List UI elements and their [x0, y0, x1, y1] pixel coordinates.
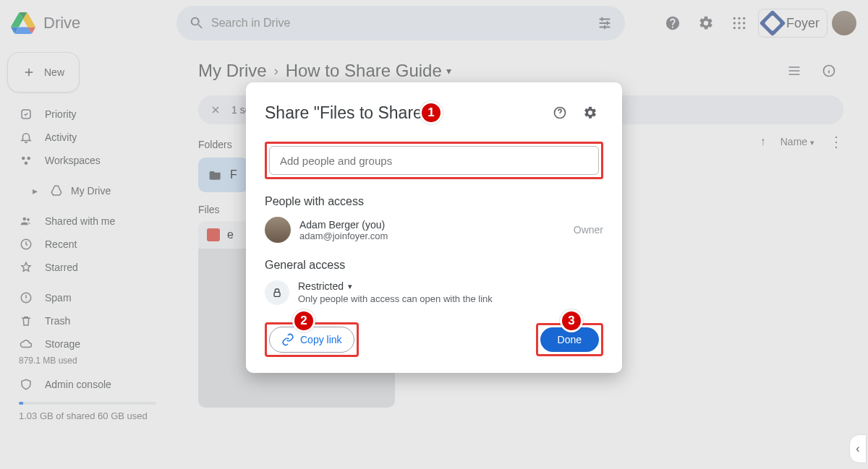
sidebar-label: Starred [45, 262, 78, 273]
search-icon[interactable] [182, 9, 211, 38]
sidebar-label: My Drive [71, 185, 111, 197]
svg-point-14 [27, 218, 30, 221]
people-heading: People with access [265, 195, 603, 208]
sidebar-item-recent[interactable]: Recent [7, 233, 168, 256]
copy-link-button[interactable]: Copy link [269, 327, 354, 353]
add-people-input[interactable] [269, 146, 599, 175]
foyer-chip[interactable]: Foyer [758, 9, 827, 38]
svg-rect-19 [274, 292, 280, 296]
sidebar-item-my-drive[interactable]: ▸My Drive [7, 179, 168, 202]
lock-icon [265, 280, 289, 305]
sidebar-label: Trash [45, 315, 70, 327]
drive-logo-icon [9, 9, 38, 38]
side-panel-toggle[interactable]: ‹ [849, 434, 867, 463]
bell-icon [19, 131, 33, 144]
annotation-badge-2: 2 [292, 309, 315, 332]
svg-point-11 [27, 157, 31, 160]
modal-help-icon[interactable] [547, 100, 573, 126]
sidebar-item-storage[interactable]: Storage [7, 332, 168, 356]
sidebar-item-shared[interactable]: Shared with me [7, 210, 168, 233]
svg-point-5 [743, 22, 745, 24]
sidebar-label: Priority [45, 108, 77, 120]
logo-area[interactable]: Drive [9, 9, 176, 38]
search-input[interactable] [211, 17, 590, 30]
sidebar-label: Recent [45, 238, 77, 250]
more-icon[interactable]: ⋮ [829, 133, 843, 150]
cloud-icon [19, 337, 33, 350]
sidebar-item-activity[interactable]: Activity [7, 126, 168, 149]
link-icon [281, 333, 294, 346]
apps-icon[interactable] [725, 9, 754, 38]
person-email: adam@joinfoyer.com [299, 231, 388, 241]
new-button[interactable]: New [7, 52, 80, 92]
svg-point-4 [738, 22, 740, 24]
workspaces-icon [19, 154, 33, 167]
svg-point-0 [733, 17, 736, 20]
breadcrumb-root[interactable]: My Drive [198, 61, 267, 81]
list-view-icon[interactable] [780, 56, 809, 85]
svg-point-7 [738, 27, 740, 29]
person-name: Adam Berger (you) [299, 219, 388, 231]
annotation-badge-3: 3 [560, 309, 583, 332]
plus-icon [22, 65, 35, 79]
file-name: e [227, 228, 234, 241]
svg-point-3 [733, 22, 736, 24]
sort-label[interactable]: Name ▾ [780, 136, 814, 147]
svg-point-1 [738, 17, 740, 20]
person-avatar [265, 217, 291, 243]
annotation-badge-1: 1 [420, 101, 443, 124]
sort-arrow-icon[interactable]: ↑ [760, 135, 766, 148]
sidebar-item-admin[interactable]: Admin console [7, 373, 168, 396]
spam-icon [19, 291, 33, 304]
info-icon[interactable] [814, 56, 843, 85]
general-access-heading: General access [265, 259, 603, 272]
settings-icon[interactable] [692, 9, 720, 38]
people-icon [19, 215, 33, 228]
svg-point-6 [733, 27, 736, 29]
sidebar-label: Shared with me [45, 215, 115, 227]
sidebar-item-priority[interactable]: Priority [7, 103, 168, 126]
access-subtext: Only people with access can open with th… [298, 293, 493, 304]
svg-point-13 [23, 218, 27, 221]
svg-point-10 [22, 157, 25, 160]
copy-link-label: Copy link [300, 334, 342, 345]
header-actions: Foyer [658, 9, 856, 38]
sidebar-item-workspaces[interactable]: Workspaces [7, 149, 168, 172]
sidebar-item-trash[interactable]: Trash [7, 309, 168, 332]
new-button-label: New [44, 66, 64, 78]
access-dropdown[interactable]: Restricted ▾ [298, 280, 493, 292]
priority-icon [19, 108, 33, 121]
trash-icon [19, 314, 33, 327]
folder-icon [208, 168, 223, 182]
svg-point-12 [25, 162, 28, 165]
sidebar-label: Spam [45, 292, 72, 304]
app-name: Drive [43, 14, 80, 33]
sidebar-label: Activity [45, 132, 77, 143]
image-type-icon [207, 228, 220, 241]
close-icon[interactable] [207, 101, 224, 119]
caret-down-icon: ▾ [810, 138, 814, 147]
star-icon [19, 261, 33, 274]
folder-name: F [230, 168, 237, 181]
search-options-icon[interactable] [590, 9, 619, 38]
sidebar-item-spam[interactable]: Spam [7, 286, 168, 309]
caret-down-icon: ▾ [348, 282, 352, 291]
modal-title: Share "Files to Share" [265, 103, 428, 123]
search-bar[interactable] [176, 6, 625, 40]
foyer-logo-icon [760, 10, 786, 37]
admin-icon [19, 378, 33, 391]
clock-icon [19, 238, 33, 251]
caret-down-icon: ▾ [446, 65, 451, 77]
person-row: Adam Berger (you) adam@joinfoyer.com Own… [265, 217, 603, 243]
sidebar-label: Storage [45, 338, 80, 350]
person-role: Owner [574, 224, 603, 236]
storage-bar [19, 402, 156, 405]
modal-settings-icon[interactable] [577, 100, 603, 126]
sidebar-label: Admin console [45, 379, 111, 390]
folder-item[interactable]: F [198, 158, 249, 192]
breadcrumb-current[interactable]: How to Share Guide ▾ [286, 61, 451, 81]
sidebar-item-starred[interactable]: Starred [7, 256, 168, 279]
user-avatar[interactable] [832, 11, 856, 35]
help-icon[interactable] [658, 9, 687, 38]
folders-label: Folders [198, 139, 232, 150]
